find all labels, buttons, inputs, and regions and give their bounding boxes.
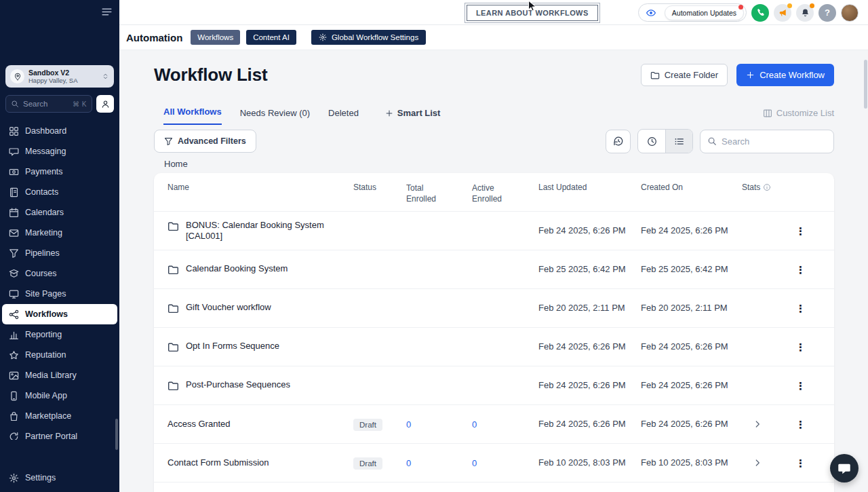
- profile-quick-button[interactable]: [96, 95, 114, 113]
- sidebar-item-messaging[interactable]: Messaging: [2, 141, 117, 162]
- sidebar-item-mobile-app[interactable]: Mobile App: [2, 385, 117, 406]
- active-enrolled-value[interactable]: 0: [472, 458, 477, 468]
- smart-list-button[interactable]: Smart List: [385, 108, 441, 125]
- plus-icon: [746, 71, 755, 79]
- row-name[interactable]: BONUS: Calendar Booking System [CAL001]: [167, 220, 353, 242]
- create-folder-button[interactable]: Create Folder: [641, 64, 728, 86]
- workflow-row[interactable]: Access GrantedDraft00Feb 24 2025, 6:26 P…: [154, 404, 834, 443]
- sidebar-search-input[interactable]: Search ⌘ K: [5, 95, 92, 113]
- folder-icon: [650, 71, 660, 80]
- sidebar-top: [0, 0, 119, 23]
- list-view-button[interactable]: [665, 130, 692, 153]
- sidebar-nav: DashboardMessagingPaymentsContactsCalend…: [0, 121, 119, 440]
- sidebar-item-media-library[interactable]: Media Library: [2, 365, 117, 385]
- columns-icon: [763, 109, 772, 118]
- sidebar-item-contacts[interactable]: Contacts: [2, 182, 117, 202]
- workflow-row[interactable]: Contact Form SubmissionDraft00Feb 10 202…: [154, 443, 834, 482]
- workflow-search-input[interactable]: [722, 136, 827, 147]
- monitor-icon: [9, 289, 19, 299]
- row-name[interactable]: Opt In Forms Sequence: [167, 341, 353, 353]
- stats-chevron-icon[interactable]: [753, 419, 762, 429]
- sidebar-item-courses[interactable]: Courses: [2, 263, 117, 284]
- tab-all-workflows[interactable]: All Workflows: [163, 107, 222, 125]
- notifications-button[interactable]: [796, 4, 814, 22]
- sidebar-item-payments[interactable]: Payments: [2, 162, 117, 182]
- sidebar-item-dashboard[interactable]: Dashboard: [2, 121, 117, 141]
- location-switcher[interactable]: Sandbox V2 Happy Valley, SA: [5, 65, 114, 88]
- sidebar-item-calendars[interactable]: Calendars: [2, 202, 117, 223]
- row-menu-button[interactable]: ⋮: [793, 302, 808, 315]
- row-menu-button[interactable]: ⋮: [793, 457, 808, 470]
- folder-row[interactable]: BONUS: Calendar Booking System [CAL001]F…: [154, 211, 834, 250]
- sidebar-scrollbar[interactable]: [115, 419, 118, 450]
- create-workflow-button[interactable]: Create Workflow: [736, 64, 834, 86]
- customize-list-button[interactable]: Customize List: [763, 108, 834, 125]
- global-workflow-settings-button[interactable]: Global Workflow Settings: [311, 30, 426, 45]
- row-menu-button[interactable]: ⋮: [793, 341, 808, 354]
- user-avatar[interactable]: [841, 4, 859, 22]
- sidebar-item-workflows[interactable]: Workflows: [2, 304, 117, 324]
- learn-about-workflows-button[interactable]: LEARN ABOUT WORKFLOWS: [465, 3, 600, 23]
- location-pin-icon: [10, 69, 24, 83]
- sidebar-item-pipelines[interactable]: Pipelines: [2, 243, 117, 263]
- phone-button[interactable]: [751, 4, 769, 22]
- sidebar-item-marketplace[interactable]: Marketplace: [2, 406, 117, 426]
- last-updated-value: Feb 24 2025, 6:26 PM: [538, 225, 628, 236]
- column-header-last-updated: Last Updated: [538, 183, 641, 192]
- folder-row[interactable]: Calendar Booking SystemFeb 25 2025, 6:42…: [154, 250, 834, 288]
- total-enrolled-value[interactable]: 0: [406, 458, 411, 468]
- announcements-button[interactable]: [774, 4, 791, 22]
- breadcrumb-home[interactable]: Home: [164, 159, 834, 169]
- sidebar-item-marketing[interactable]: Marketing: [2, 223, 117, 243]
- clock-icon: [647, 136, 657, 147]
- image-icon: [9, 371, 19, 381]
- sidebar: Sandbox V2 Happy Valley, SA Search ⌘ K D…: [0, 0, 119, 492]
- tab-workflows[interactable]: Workflows: [191, 30, 240, 45]
- stats-chevron-icon[interactable]: [753, 458, 762, 468]
- row-name[interactable]: Gift Voucher workflow: [167, 302, 353, 314]
- sidebar-search-placeholder: Search: [23, 100, 47, 108]
- last-updated-value: Feb 20 2025, 2:11 PM: [538, 303, 628, 314]
- sidebar-item-settings[interactable]: Settings: [2, 468, 117, 488]
- folder-row[interactable]: Post-Purchase SequencesFeb 24 2025, 6:26…: [154, 366, 834, 404]
- sidebar-collapse-icon[interactable]: [101, 6, 113, 18]
- person-icon: [101, 100, 110, 109]
- help-button[interactable]: ?: [818, 4, 836, 22]
- folder-row[interactable]: Opt In Forms SequenceFeb 24 2025, 6:26 P…: [154, 327, 834, 366]
- megaphone-icon: [778, 8, 787, 17]
- workflow-row[interactable]: Email Sequence: WelcomeDraft00Feb 26 202…: [154, 482, 834, 492]
- sidebar-item-reputation[interactable]: Reputation: [2, 345, 117, 365]
- sidebar-item-site-pages[interactable]: Site Pages: [2, 284, 117, 304]
- row-menu-button[interactable]: ⋮: [793, 225, 808, 238]
- mail-icon: [9, 228, 19, 238]
- row-name[interactable]: Calendar Booking System: [167, 263, 353, 276]
- enrollment-history-button[interactable]: [606, 130, 631, 153]
- tab-deleted[interactable]: Deleted: [328, 108, 359, 125]
- search-icon: [707, 136, 717, 146]
- tab-content-ai[interactable]: Content AI: [246, 30, 296, 45]
- row-name[interactable]: Post-Purchase Sequences: [167, 379, 353, 392]
- row-name[interactable]: Access Granted: [167, 419, 353, 430]
- content-column: LEARN ABOUT WORKFLOWS Automation Updates: [119, 0, 868, 492]
- row-menu-button[interactable]: ⋮: [793, 418, 808, 431]
- advanced-filters-button[interactable]: Advanced Filters: [154, 130, 256, 153]
- row-menu-button[interactable]: ⋮: [793, 263, 808, 276]
- info-icon[interactable]: [763, 183, 771, 191]
- folder-row[interactable]: Gift Voucher workflowFeb 20 2025, 2:11 P…: [154, 288, 834, 327]
- tab-needs-review[interactable]: Needs Review (0): [240, 108, 310, 125]
- total-enrolled-value[interactable]: 0: [406, 419, 411, 430]
- automation-updates-pill[interactable]: Automation Updates: [638, 3, 747, 22]
- sidebar-item-reporting[interactable]: Reporting: [2, 324, 117, 345]
- phone-icon: [756, 8, 765, 17]
- chat-widget-button[interactable]: [830, 454, 859, 482]
- page-scrollbar[interactable]: [864, 60, 867, 109]
- last-updated-value: Feb 24 2025, 6:26 PM: [538, 419, 628, 430]
- clock-view-button[interactable]: [638, 130, 665, 153]
- automation-updates-badge[interactable]: Automation Updates: [665, 5, 744, 20]
- row-name[interactable]: Contact Form Submission: [167, 457, 353, 468]
- chat-icon: [837, 461, 851, 475]
- sidebar-item-partner-portal[interactable]: Partner Portal: [2, 426, 117, 440]
- row-menu-button[interactable]: ⋮: [793, 379, 808, 392]
- active-enrolled-value[interactable]: 0: [472, 419, 477, 430]
- search-shortcut: ⌘ K: [73, 100, 87, 108]
